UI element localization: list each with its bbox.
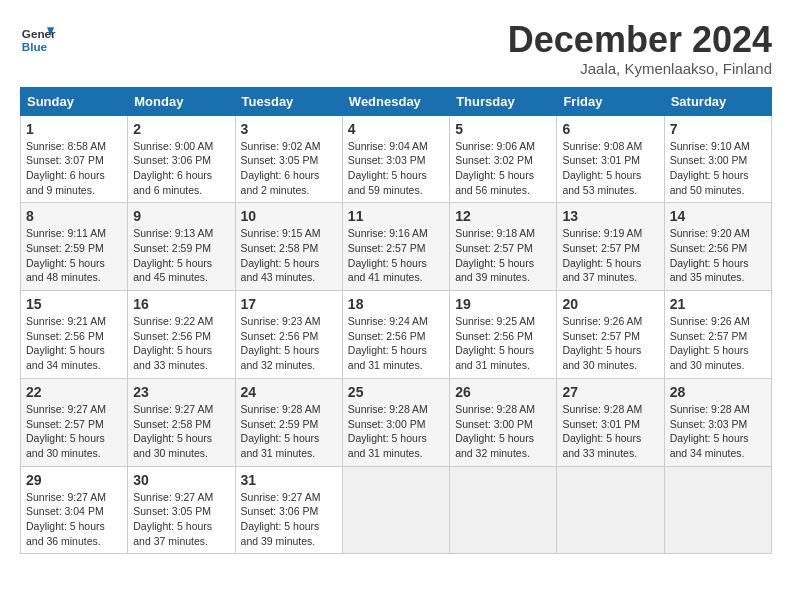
day-info: Sunrise: 9:27 AM Sunset: 3:06 PM Dayligh… [241,490,337,549]
calendar-cell: 17Sunrise: 9:23 AM Sunset: 2:56 PM Dayli… [235,291,342,379]
day-info: Sunrise: 9:21 AM Sunset: 2:56 PM Dayligh… [26,314,122,373]
calendar-week-row: 15Sunrise: 9:21 AM Sunset: 2:56 PM Dayli… [21,291,772,379]
day-info: Sunrise: 9:22 AM Sunset: 2:56 PM Dayligh… [133,314,229,373]
day-info: Sunrise: 9:28 AM Sunset: 3:00 PM Dayligh… [455,402,551,461]
day-number: 15 [26,296,122,312]
day-info: Sunrise: 9:10 AM Sunset: 3:00 PM Dayligh… [670,139,766,198]
day-number: 25 [348,384,444,400]
calendar-cell: 23Sunrise: 9:27 AM Sunset: 2:58 PM Dayli… [128,378,235,466]
calendar-cell: 18Sunrise: 9:24 AM Sunset: 2:56 PM Dayli… [342,291,449,379]
day-number: 29 [26,472,122,488]
day-info: Sunrise: 9:11 AM Sunset: 2:59 PM Dayligh… [26,226,122,285]
calendar-cell: 15Sunrise: 9:21 AM Sunset: 2:56 PM Dayli… [21,291,128,379]
calendar-cell: 9Sunrise: 9:13 AM Sunset: 2:59 PM Daylig… [128,203,235,291]
calendar-week-row: 29Sunrise: 9:27 AM Sunset: 3:04 PM Dayli… [21,466,772,554]
calendar-table: SundayMondayTuesdayWednesdayThursdayFrid… [20,87,772,555]
day-number: 27 [562,384,658,400]
calendar-cell [557,466,664,554]
weekday-header-saturday: Saturday [664,87,771,115]
day-number: 26 [455,384,551,400]
logo-icon: General Blue [20,20,56,56]
calendar-cell [450,466,557,554]
day-info: Sunrise: 9:19 AM Sunset: 2:57 PM Dayligh… [562,226,658,285]
page-header: General Blue December 2024 Jaala, Kymenl… [20,20,772,77]
day-info: Sunrise: 9:28 AM Sunset: 3:03 PM Dayligh… [670,402,766,461]
day-number: 21 [670,296,766,312]
calendar-cell: 24Sunrise: 9:28 AM Sunset: 2:59 PM Dayli… [235,378,342,466]
calendar-week-row: 1Sunrise: 8:58 AM Sunset: 3:07 PM Daylig… [21,115,772,203]
calendar-cell: 30Sunrise: 9:27 AM Sunset: 3:05 PM Dayli… [128,466,235,554]
day-info: Sunrise: 9:06 AM Sunset: 3:02 PM Dayligh… [455,139,551,198]
day-info: Sunrise: 9:16 AM Sunset: 2:57 PM Dayligh… [348,226,444,285]
calendar-week-row: 8Sunrise: 9:11 AM Sunset: 2:59 PM Daylig… [21,203,772,291]
day-info: Sunrise: 9:18 AM Sunset: 2:57 PM Dayligh… [455,226,551,285]
day-number: 10 [241,208,337,224]
month-title: December 2024 [508,20,772,60]
day-info: Sunrise: 8:58 AM Sunset: 3:07 PM Dayligh… [26,139,122,198]
calendar-cell: 19Sunrise: 9:25 AM Sunset: 2:56 PM Dayli… [450,291,557,379]
day-number: 9 [133,208,229,224]
day-number: 8 [26,208,122,224]
weekday-header-thursday: Thursday [450,87,557,115]
day-info: Sunrise: 9:00 AM Sunset: 3:06 PM Dayligh… [133,139,229,198]
calendar-cell: 11Sunrise: 9:16 AM Sunset: 2:57 PM Dayli… [342,203,449,291]
day-info: Sunrise: 9:27 AM Sunset: 2:57 PM Dayligh… [26,402,122,461]
calendar-cell: 5Sunrise: 9:06 AM Sunset: 3:02 PM Daylig… [450,115,557,203]
day-number: 11 [348,208,444,224]
calendar-cell: 2Sunrise: 9:00 AM Sunset: 3:06 PM Daylig… [128,115,235,203]
day-info: Sunrise: 9:25 AM Sunset: 2:56 PM Dayligh… [455,314,551,373]
calendar-cell: 22Sunrise: 9:27 AM Sunset: 2:57 PM Dayli… [21,378,128,466]
day-number: 6 [562,121,658,137]
calendar-cell: 12Sunrise: 9:18 AM Sunset: 2:57 PM Dayli… [450,203,557,291]
day-info: Sunrise: 9:04 AM Sunset: 3:03 PM Dayligh… [348,139,444,198]
day-number: 16 [133,296,229,312]
calendar-cell: 14Sunrise: 9:20 AM Sunset: 2:56 PM Dayli… [664,203,771,291]
svg-text:Blue: Blue [22,40,48,53]
calendar-cell [664,466,771,554]
calendar-cell: 27Sunrise: 9:28 AM Sunset: 3:01 PM Dayli… [557,378,664,466]
weekday-header-tuesday: Tuesday [235,87,342,115]
calendar-cell [342,466,449,554]
weekday-header-wednesday: Wednesday [342,87,449,115]
calendar-cell: 13Sunrise: 9:19 AM Sunset: 2:57 PM Dayli… [557,203,664,291]
calendar-cell: 20Sunrise: 9:26 AM Sunset: 2:57 PM Dayli… [557,291,664,379]
day-number: 30 [133,472,229,488]
logo: General Blue [20,20,56,56]
day-info: Sunrise: 9:24 AM Sunset: 2:56 PM Dayligh… [348,314,444,373]
day-number: 17 [241,296,337,312]
day-number: 22 [26,384,122,400]
day-number: 1 [26,121,122,137]
day-number: 2 [133,121,229,137]
day-info: Sunrise: 9:27 AM Sunset: 3:04 PM Dayligh… [26,490,122,549]
day-info: Sunrise: 9:26 AM Sunset: 2:57 PM Dayligh… [562,314,658,373]
calendar-cell: 29Sunrise: 9:27 AM Sunset: 3:04 PM Dayli… [21,466,128,554]
day-info: Sunrise: 9:02 AM Sunset: 3:05 PM Dayligh… [241,139,337,198]
weekday-header-row: SundayMondayTuesdayWednesdayThursdayFrid… [21,87,772,115]
day-number: 23 [133,384,229,400]
day-number: 14 [670,208,766,224]
calendar-cell: 10Sunrise: 9:15 AM Sunset: 2:58 PM Dayli… [235,203,342,291]
calendar-cell: 31Sunrise: 9:27 AM Sunset: 3:06 PM Dayli… [235,466,342,554]
day-info: Sunrise: 9:27 AM Sunset: 2:58 PM Dayligh… [133,402,229,461]
calendar-week-row: 22Sunrise: 9:27 AM Sunset: 2:57 PM Dayli… [21,378,772,466]
location-title: Jaala, Kymenlaakso, Finland [508,60,772,77]
day-number: 3 [241,121,337,137]
calendar-cell: 16Sunrise: 9:22 AM Sunset: 2:56 PM Dayli… [128,291,235,379]
day-info: Sunrise: 9:28 AM Sunset: 3:01 PM Dayligh… [562,402,658,461]
day-number: 4 [348,121,444,137]
day-number: 12 [455,208,551,224]
calendar-cell: 25Sunrise: 9:28 AM Sunset: 3:00 PM Dayli… [342,378,449,466]
day-info: Sunrise: 9:27 AM Sunset: 3:05 PM Dayligh… [133,490,229,549]
calendar-cell: 28Sunrise: 9:28 AM Sunset: 3:03 PM Dayli… [664,378,771,466]
calendar-cell: 1Sunrise: 8:58 AM Sunset: 3:07 PM Daylig… [21,115,128,203]
day-number: 20 [562,296,658,312]
day-number: 5 [455,121,551,137]
day-number: 13 [562,208,658,224]
day-number: 18 [348,296,444,312]
day-info: Sunrise: 9:20 AM Sunset: 2:56 PM Dayligh… [670,226,766,285]
weekday-header-monday: Monday [128,87,235,115]
calendar-cell: 4Sunrise: 9:04 AM Sunset: 3:03 PM Daylig… [342,115,449,203]
day-number: 19 [455,296,551,312]
day-info: Sunrise: 9:13 AM Sunset: 2:59 PM Dayligh… [133,226,229,285]
day-info: Sunrise: 9:28 AM Sunset: 3:00 PM Dayligh… [348,402,444,461]
